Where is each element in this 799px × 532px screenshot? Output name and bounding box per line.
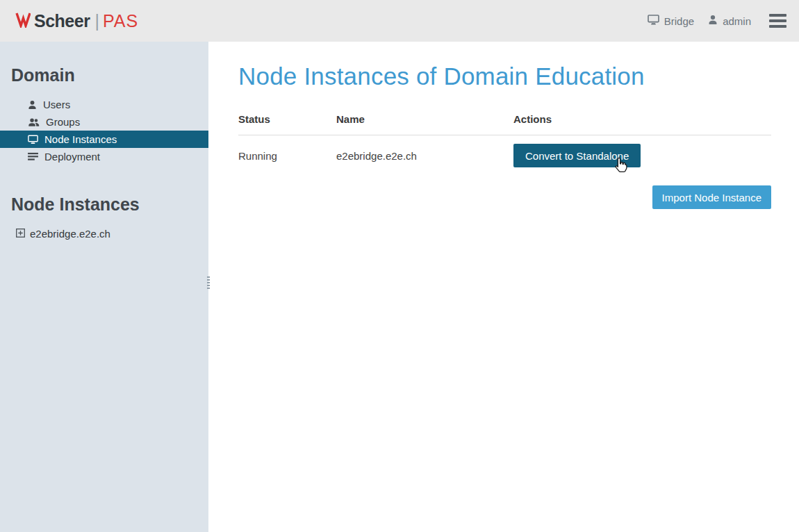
users-icon (28, 117, 40, 127)
tree-item-label: e2ebridge.e2e.ch (30, 228, 110, 240)
scheer-pas-logo[interactable]: Scheer | PAS (15, 11, 138, 31)
logo-divider: | (94, 11, 99, 31)
sidebar-item-groups[interactable]: Groups (0, 113, 208, 131)
column-header-actions: Actions (513, 113, 771, 125)
bridge-link[interactable]: Bridge (648, 15, 694, 27)
sidebar: Domain Users Groups (0, 42, 208, 532)
menu-icon[interactable] (769, 12, 786, 30)
column-header-name: Name (336, 113, 513, 125)
sidebar-section-node-instances-title: Node Instances (11, 194, 208, 215)
status-cell: Running (238, 150, 336, 162)
scheer-logo-icon (15, 11, 31, 31)
main-content: Node Instances of Domain Education Statu… (208, 42, 799, 532)
user-icon (708, 15, 718, 27)
user-menu[interactable]: admin (708, 15, 751, 27)
sidebar-section-domain-title: Domain (11, 65, 208, 85)
sidebar-item-users[interactable]: Users (0, 96, 208, 113)
top-header: Scheer | PAS Bridge a (0, 0, 799, 42)
sidebar-item-label: Deployment (44, 151, 100, 163)
expand-plus-icon[interactable] (16, 228, 25, 240)
actions-cell: Convert to Standalone (513, 144, 771, 167)
table-row: Running e2ebridge.e2e.ch Convert to Stan… (238, 135, 771, 167)
body: Domain Users Groups (0, 42, 799, 532)
name-cell: e2ebridge.e2e.ch (336, 150, 513, 162)
user-icon (28, 100, 37, 110)
monitor-icon (28, 135, 38, 144)
username-label: admin (723, 15, 751, 27)
bridge-label: Bridge (664, 15, 694, 27)
column-header-status: Status (238, 113, 336, 125)
import-node-instance-button[interactable]: Import Node Instance (652, 185, 771, 209)
sidebar-item-label: Users (43, 99, 70, 110)
sidebar-item-label: Node Instances (44, 133, 117, 145)
header-right: Bridge admin (648, 12, 786, 30)
table-header-row: Status Name Actions (238, 113, 771, 135)
sidebar-item-deployment[interactable]: Deployment (0, 148, 208, 165)
list-icon (28, 152, 38, 161)
convert-to-standalone-button[interactable]: Convert to Standalone (513, 144, 641, 167)
brand-text: Scheer (34, 11, 90, 31)
tree-item-e2ebridge[interactable]: e2ebridge.e2e.ch (0, 225, 208, 242)
sidebar-item-node-instances[interactable]: Node Instances (0, 131, 208, 148)
page-title: Node Instances of Domain Education (238, 63, 771, 90)
node-instances-table: Status Name Actions Running e2ebridge.e2… (238, 113, 771, 167)
monitor-icon (648, 15, 659, 27)
import-row: Import Node Instance (238, 185, 771, 209)
product-text: PAS (103, 11, 138, 31)
sidebar-resize-handle[interactable] (207, 276, 210, 290)
app-window: Scheer | PAS Bridge a (0, 0, 799, 532)
sidebar-item-label: Groups (46, 116, 80, 128)
